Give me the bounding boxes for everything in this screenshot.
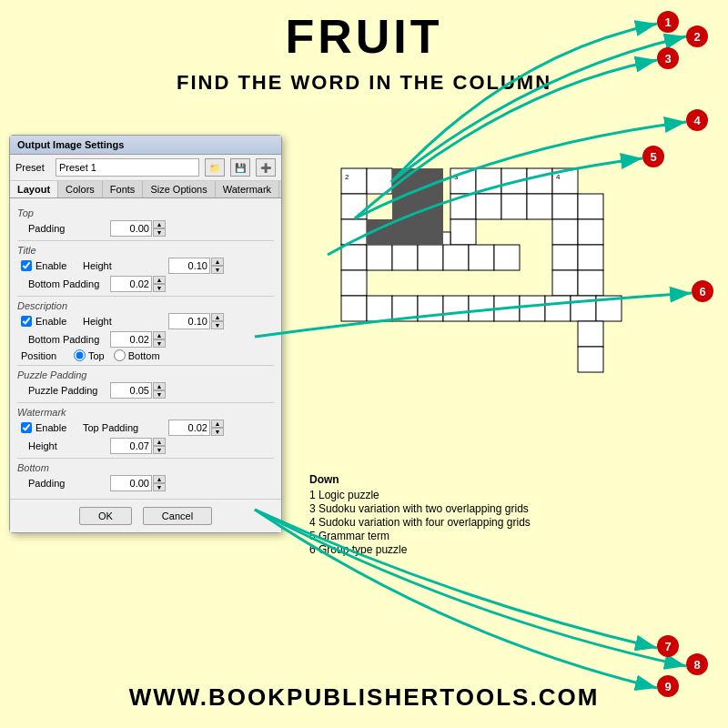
svg-rect-36	[341, 296, 367, 321]
top-padding-down[interactable]: ▼	[153, 228, 166, 237]
svg-rect-17	[578, 194, 603, 219]
svg-rect-38	[392, 296, 418, 321]
description-height-label: Height	[83, 316, 165, 327]
tab-layout[interactable]: Layout	[10, 181, 58, 197]
crossword-grid: 2 3 4 5	[268, 159, 632, 405]
watermark-top-padding-input[interactable]	[168, 420, 210, 436]
clue-item-1: 1 Logic puzzle	[309, 489, 692, 501]
watermark-top-padding-label: Top Padding	[83, 422, 165, 433]
title-height-label: Height	[83, 260, 165, 271]
bottom-pad-down[interactable]: ▼	[153, 483, 166, 491]
description-height-input[interactable]	[168, 313, 210, 329]
wm-h-down[interactable]: ▼	[153, 446, 166, 454]
desc-height-down[interactable]: ▼	[211, 321, 224, 329]
puzzle-pad-up[interactable]: ▲	[153, 382, 166, 390]
position-bottom-radio[interactable]	[114, 349, 126, 361]
svg-rect-50	[392, 194, 443, 219]
title-bp-up[interactable]: ▲	[153, 276, 166, 284]
title-height-input[interactable]	[168, 258, 210, 274]
title-bp-down[interactable]: ▼	[153, 284, 166, 292]
svg-rect-29	[469, 245, 494, 270]
description-enable-checkbox[interactable]	[21, 316, 32, 327]
position-top-label: Top	[88, 350, 105, 361]
tab-watermark[interactable]: Watermark	[216, 181, 279, 197]
save-icon-btn[interactable]: 💾	[230, 158, 250, 177]
title-height-down[interactable]: ▼	[211, 266, 224, 274]
svg-rect-28	[443, 245, 469, 270]
circle-8: 8	[686, 653, 708, 675]
svg-rect-39	[418, 296, 443, 321]
svg-rect-12	[450, 194, 476, 219]
watermark-height-label: Height	[28, 440, 110, 451]
svg-text:2: 2	[345, 173, 349, 181]
svg-rect-11	[341, 194, 367, 219]
top-section-header: Top	[17, 207, 274, 218]
svg-rect-32	[578, 245, 603, 270]
puzzle-pad-down[interactable]: ▼	[153, 390, 166, 399]
tab-fonts[interactable]: Fonts	[103, 181, 144, 197]
wm-tp-up[interactable]: ▲	[211, 420, 224, 428]
position-row: Position Top Bottom	[21, 349, 274, 361]
wm-tp-down[interactable]: ▼	[211, 428, 224, 436]
title-bottom-padding-input[interactable]	[110, 276, 152, 292]
page-title: FRUIT	[0, 0, 728, 64]
watermark-enable-row: Enable Top Padding ▲ ▼	[21, 420, 274, 436]
title-height-up[interactable]: ▲	[211, 258, 224, 266]
desc-height-up[interactable]: ▲	[211, 313, 224, 321]
svg-rect-5	[476, 168, 501, 194]
clues-area: Down 1 Logic puzzle 3 Sudoku variation w…	[309, 473, 692, 557]
svg-rect-51	[367, 219, 443, 245]
desc-bp-up[interactable]: ▲	[153, 331, 166, 339]
svg-rect-14	[501, 194, 527, 219]
tab-size-options[interactable]: Size Options	[143, 181, 215, 197]
save-as-icon-btn[interactable]: ➕	[256, 158, 276, 177]
top-padding-label: Padding	[28, 223, 110, 234]
clue-item-4: 4 Sudoku variation with four overlapping…	[309, 516, 692, 529]
puzzle-padding-label: Puzzle Padding	[28, 385, 110, 396]
svg-rect-43	[520, 296, 545, 321]
ok-button[interactable]: OK	[79, 507, 132, 525]
dialog-buttons: OK Cancel	[10, 499, 281, 532]
position-radio-group: Top Bottom	[74, 349, 160, 361]
description-bottom-padding-input[interactable]	[110, 331, 152, 348]
puzzle-padding-input[interactable]	[110, 382, 152, 399]
svg-rect-26	[392, 245, 418, 270]
folder-icon-btn[interactable]: 📁	[205, 158, 225, 177]
top-padding-input[interactable]	[110, 220, 152, 237]
circle-9: 9	[657, 675, 679, 697]
top-padding-up[interactable]: ▲	[153, 220, 166, 228]
clues-down-title: Down	[309, 473, 692, 486]
tab-colors[interactable]: Colors	[58, 181, 103, 197]
circle-4: 4	[686, 109, 708, 131]
bottom-pad-up[interactable]: ▲	[153, 475, 166, 483]
layout-content: Top Padding ▲ ▼ Title Enable Height ▲	[10, 198, 281, 499]
desc-bp-down[interactable]: ▼	[153, 339, 166, 348]
wm-h-up[interactable]: ▲	[153, 438, 166, 446]
bottom-padding-row: Padding ▲ ▼	[28, 475, 274, 491]
watermark-enable-checkbox[interactable]	[21, 422, 32, 433]
svg-rect-49	[392, 168, 443, 194]
description-bottom-padding-label: Bottom Padding	[28, 334, 110, 345]
preset-input[interactable]	[56, 158, 199, 177]
position-label: Position	[21, 350, 66, 361]
svg-rect-27	[418, 245, 443, 270]
svg-rect-2	[367, 168, 392, 194]
description-bottom-padding-row: Bottom Padding ▲ ▼	[28, 331, 274, 348]
title-enable-checkbox[interactable]	[21, 260, 32, 271]
cancel-button[interactable]: Cancel	[143, 507, 212, 525]
position-top-radio[interactable]	[74, 349, 86, 361]
svg-text:4: 4	[556, 173, 561, 181]
title-enable-row: Enable Height ▲ ▼	[21, 258, 274, 274]
circle-5: 5	[642, 146, 664, 167]
title-bottom-padding-row: Bottom Padding ▲ ▼	[28, 276, 274, 292]
position-bottom-option: Bottom	[114, 349, 160, 361]
svg-rect-40	[443, 296, 469, 321]
dialog-title: Output Image Settings	[10, 136, 281, 155]
watermark-height-input[interactable]	[110, 438, 152, 454]
circle-7: 7	[657, 635, 679, 657]
svg-rect-48	[578, 347, 603, 372]
bottom-padding-input[interactable]	[110, 475, 152, 491]
svg-rect-45	[571, 296, 596, 321]
circle-2: 2	[686, 25, 708, 47]
title-enable-label: Enable	[35, 260, 76, 271]
